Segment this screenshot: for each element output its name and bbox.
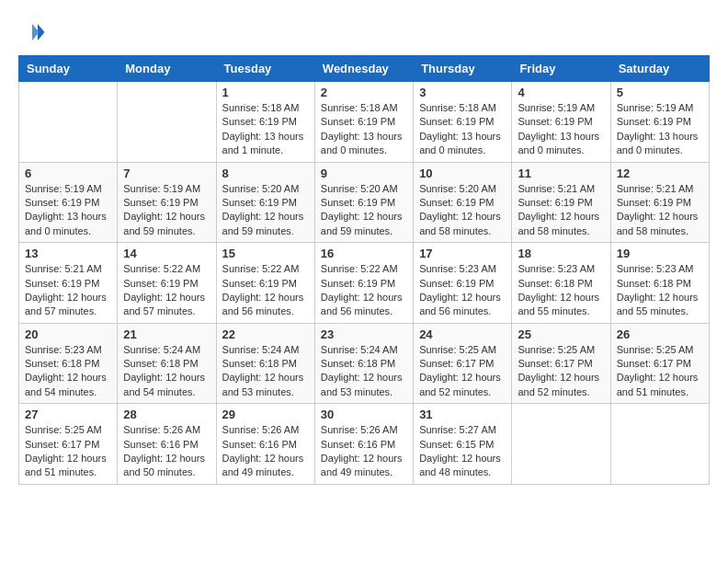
day-number: 16 <box>321 247 407 260</box>
day-number: 9 <box>321 167 407 180</box>
calendar-day-cell: 15Sunrise: 5:22 AM Sunset: 6:19 PM Dayli… <box>216 243 314 324</box>
calendar-day-cell: 23Sunrise: 5:24 AM Sunset: 6:18 PM Dayli… <box>314 323 413 404</box>
day-info: Sunrise: 5:18 AM Sunset: 6:19 PM Dayligh… <box>222 101 309 158</box>
day-info: Sunrise: 5:23 AM Sunset: 6:18 PM Dayligh… <box>617 262 703 319</box>
day-info: Sunrise: 5:20 AM Sunset: 6:19 PM Dayligh… <box>222 182 309 239</box>
day-info: Sunrise: 5:20 AM Sunset: 6:19 PM Dayligh… <box>419 182 506 239</box>
calendar-day-cell: 26Sunrise: 5:25 AM Sunset: 6:17 PM Dayli… <box>610 323 709 404</box>
day-of-week-header: Friday <box>512 56 610 82</box>
day-number: 30 <box>321 408 407 421</box>
day-number: 21 <box>123 327 210 341</box>
day-of-week-header: Saturday <box>610 56 709 82</box>
calendar-day-cell: 25Sunrise: 5:25 AM Sunset: 6:17 PM Dayli… <box>512 323 610 404</box>
day-info: Sunrise: 5:26 AM Sunset: 6:16 PM Dayligh… <box>123 423 210 480</box>
calendar-day-cell: 18Sunrise: 5:23 AM Sunset: 6:18 PM Dayli… <box>512 243 610 324</box>
day-info: Sunrise: 5:26 AM Sunset: 6:16 PM Dayligh… <box>222 423 309 480</box>
day-number: 4 <box>518 86 604 99</box>
day-info: Sunrise: 5:22 AM Sunset: 6:19 PM Dayligh… <box>222 262 309 319</box>
day-of-week-header: Thursday <box>414 56 512 82</box>
day-of-week-header: Sunday <box>19 56 118 82</box>
day-info: Sunrise: 5:23 AM Sunset: 6:18 PM Dayligh… <box>25 343 111 400</box>
day-number: 29 <box>222 408 309 421</box>
day-number: 27 <box>25 408 111 421</box>
day-number: 19 <box>617 247 703 260</box>
day-info: Sunrise: 5:22 AM Sunset: 6:19 PM Dayligh… <box>123 262 210 319</box>
calendar-day-cell: 11Sunrise: 5:21 AM Sunset: 6:19 PM Dayli… <box>512 162 610 243</box>
day-info: Sunrise: 5:19 AM Sunset: 6:19 PM Dayligh… <box>123 182 210 239</box>
calendar-day-cell: 10Sunrise: 5:20 AM Sunset: 6:19 PM Dayli… <box>414 162 512 243</box>
day-info: Sunrise: 5:19 AM Sunset: 6:19 PM Dayligh… <box>617 101 703 158</box>
calendar-day-cell: 28Sunrise: 5:26 AM Sunset: 6:16 PM Dayli… <box>118 404 216 485</box>
day-of-week-header: Monday <box>118 56 216 82</box>
calendar-table: SundayMondayTuesdayWednesdayThursdayFrid… <box>18 55 710 485</box>
calendar-day-cell: 5Sunrise: 5:19 AM Sunset: 6:19 PM Daylig… <box>610 82 709 163</box>
calendar-week-row: 6Sunrise: 5:19 AM Sunset: 6:19 PM Daylig… <box>19 162 710 243</box>
calendar-day-cell <box>118 82 216 163</box>
calendar-day-cell: 29Sunrise: 5:26 AM Sunset: 6:16 PM Dayli… <box>216 404 314 485</box>
day-number: 24 <box>419 327 506 341</box>
day-number: 17 <box>419 247 506 260</box>
day-number: 31 <box>419 408 506 421</box>
day-number: 5 <box>617 86 703 99</box>
day-info: Sunrise: 5:19 AM Sunset: 6:19 PM Dayligh… <box>518 101 604 158</box>
day-number: 26 <box>617 327 703 341</box>
day-info: Sunrise: 5:22 AM Sunset: 6:19 PM Dayligh… <box>321 262 407 319</box>
day-info: Sunrise: 5:18 AM Sunset: 6:19 PM Dayligh… <box>321 101 407 158</box>
calendar-day-cell: 13Sunrise: 5:21 AM Sunset: 6:19 PM Dayli… <box>19 243 118 324</box>
calendar-day-cell: 12Sunrise: 5:21 AM Sunset: 6:19 PM Dayli… <box>610 162 709 243</box>
calendar-day-cell: 1Sunrise: 5:18 AM Sunset: 6:19 PM Daylig… <box>216 82 314 163</box>
day-number: 13 <box>25 247 111 260</box>
day-number: 14 <box>123 247 210 260</box>
calendar-day-cell <box>512 404 610 485</box>
calendar-day-cell: 22Sunrise: 5:24 AM Sunset: 6:18 PM Dayli… <box>216 323 314 404</box>
calendar-day-cell: 6Sunrise: 5:19 AM Sunset: 6:19 PM Daylig… <box>19 162 118 243</box>
calendar-day-cell: 30Sunrise: 5:26 AM Sunset: 6:16 PM Dayli… <box>314 404 413 485</box>
day-info: Sunrise: 5:25 AM Sunset: 6:17 PM Dayligh… <box>419 343 506 400</box>
day-info: Sunrise: 5:19 AM Sunset: 6:19 PM Dayligh… <box>25 182 111 239</box>
day-info: Sunrise: 5:25 AM Sunset: 6:17 PM Dayligh… <box>518 343 604 400</box>
day-info: Sunrise: 5:20 AM Sunset: 6:19 PM Dayligh… <box>321 182 407 239</box>
calendar-day-cell: 4Sunrise: 5:19 AM Sunset: 6:19 PM Daylig… <box>512 82 610 163</box>
calendar-day-cell <box>610 404 709 485</box>
day-info: Sunrise: 5:25 AM Sunset: 6:17 PM Dayligh… <box>617 343 703 400</box>
calendar-day-cell: 7Sunrise: 5:19 AM Sunset: 6:19 PM Daylig… <box>118 162 216 243</box>
day-info: Sunrise: 5:23 AM Sunset: 6:19 PM Dayligh… <box>419 262 506 319</box>
day-info: Sunrise: 5:27 AM Sunset: 6:15 PM Dayligh… <box>419 423 506 480</box>
calendar-week-row: 13Sunrise: 5:21 AM Sunset: 6:19 PM Dayli… <box>19 243 710 324</box>
day-number: 8 <box>222 167 309 180</box>
day-number: 10 <box>419 167 506 180</box>
calendar-week-row: 20Sunrise: 5:23 AM Sunset: 6:18 PM Dayli… <box>19 323 710 404</box>
calendar-week-row: 27Sunrise: 5:25 AM Sunset: 6:17 PM Dayli… <box>19 404 710 485</box>
day-number: 3 <box>419 86 506 99</box>
day-number: 25 <box>518 327 604 341</box>
calendar-header-row: SundayMondayTuesdayWednesdayThursdayFrid… <box>19 56 710 82</box>
calendar-day-cell: 19Sunrise: 5:23 AM Sunset: 6:18 PM Dayli… <box>610 243 709 324</box>
day-info: Sunrise: 5:21 AM Sunset: 6:19 PM Dayligh… <box>25 262 111 319</box>
day-number: 7 <box>123 167 210 180</box>
calendar-day-cell: 21Sunrise: 5:24 AM Sunset: 6:18 PM Dayli… <box>118 323 216 404</box>
day-number: 1 <box>222 86 309 99</box>
page-header <box>18 18 710 46</box>
day-info: Sunrise: 5:26 AM Sunset: 6:16 PM Dayligh… <box>321 423 407 480</box>
calendar-day-cell: 31Sunrise: 5:27 AM Sunset: 6:15 PM Dayli… <box>414 404 512 485</box>
calendar-day-cell: 8Sunrise: 5:20 AM Sunset: 6:19 PM Daylig… <box>216 162 314 243</box>
day-info: Sunrise: 5:18 AM Sunset: 6:19 PM Dayligh… <box>419 101 506 158</box>
calendar-day-cell: 20Sunrise: 5:23 AM Sunset: 6:18 PM Dayli… <box>19 323 118 404</box>
logo <box>18 18 50 46</box>
day-number: 15 <box>222 247 309 260</box>
day-info: Sunrise: 5:23 AM Sunset: 6:18 PM Dayligh… <box>518 262 604 319</box>
calendar-week-row: 1Sunrise: 5:18 AM Sunset: 6:19 PM Daylig… <box>19 82 710 163</box>
day-number: 23 <box>321 327 407 341</box>
day-info: Sunrise: 5:21 AM Sunset: 6:19 PM Dayligh… <box>518 182 604 239</box>
calendar-day-cell: 9Sunrise: 5:20 AM Sunset: 6:19 PM Daylig… <box>314 162 413 243</box>
day-info: Sunrise: 5:21 AM Sunset: 6:19 PM Dayligh… <box>617 182 703 239</box>
calendar-day-cell <box>19 82 118 163</box>
calendar-day-cell: 3Sunrise: 5:18 AM Sunset: 6:19 PM Daylig… <box>414 82 512 163</box>
day-number: 2 <box>321 86 407 99</box>
day-info: Sunrise: 5:25 AM Sunset: 6:17 PM Dayligh… <box>25 423 111 480</box>
day-of-week-header: Tuesday <box>216 56 314 82</box>
calendar-day-cell: 24Sunrise: 5:25 AM Sunset: 6:17 PM Dayli… <box>414 323 512 404</box>
calendar-day-cell: 14Sunrise: 5:22 AM Sunset: 6:19 PM Dayli… <box>118 243 216 324</box>
day-info: Sunrise: 5:24 AM Sunset: 6:18 PM Dayligh… <box>222 343 309 400</box>
day-number: 22 <box>222 327 309 341</box>
